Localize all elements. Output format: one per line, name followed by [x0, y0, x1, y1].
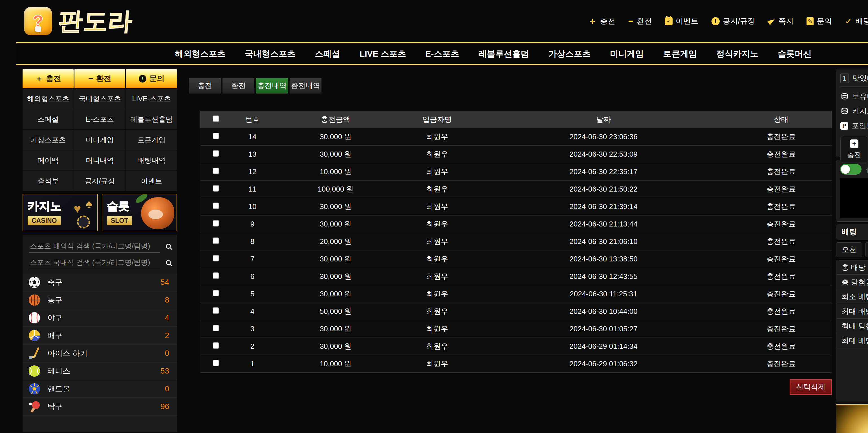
select-all-checkbox[interactable] — [213, 115, 219, 122]
sidebar-item-domestic-sports[interactable]: 국내형스포츠 — [74, 89, 125, 109]
row-checkbox[interactable] — [213, 237, 219, 244]
minus-icon: − — [628, 16, 634, 26]
quick-amount-button[interactable]: 오천 — [836, 242, 862, 257]
topmenu-inquiry[interactable]: 문의 — [807, 16, 832, 26]
nav-item-casino[interactable]: 정식카지노 — [716, 48, 758, 60]
top-menu: ＋충전 −환전 이벤트 !공지/규정 쪽지 문의 ✓배팅내역 $페이백 — [588, 0, 868, 42]
sport-row-tennis[interactable]: 테니스 53 — [23, 362, 177, 380]
sidebar-inquiry-button[interactable]: !문의 — [126, 69, 177, 88]
cell-status: 충전완료 — [731, 132, 832, 142]
row-checkbox[interactable] — [213, 220, 219, 227]
topmenu-label: 충전 — [600, 16, 615, 26]
topmenu-event[interactable]: 이벤트 — [665, 16, 699, 26]
sidebar-item-live-sports[interactable]: LIVE-스포츠 — [126, 89, 177, 109]
topmenu-label: 쪽지 — [778, 16, 794, 26]
sidebar-item-overseas-sports[interactable]: 해외형스포츠 — [23, 89, 73, 109]
nav-item-token-game[interactable]: 토큰게임 — [663, 48, 697, 60]
nav-item-esports[interactable]: E-스포츠 — [425, 48, 459, 60]
sidebar-item-revolution-holdem[interactable]: 레볼루션홀덤 — [126, 109, 177, 129]
gold-promo-image[interactable] — [836, 404, 868, 433]
quick-amount-button-cut[interactable] — [865, 242, 868, 257]
wallet-charge-button[interactable]: ＋ 충전 — [840, 136, 868, 163]
nav-item-mini-game[interactable]: 미니게임 — [610, 48, 644, 60]
cell-date: 2024-06-30 22:35:17 — [476, 167, 731, 176]
casino-banner[interactable]: 카지노 CASINO ♠ ♥ — [23, 194, 98, 231]
cell-date: 2024-06-30 11:25:31 — [476, 290, 731, 298]
topmenu-exchange[interactable]: −환전 — [628, 16, 652, 26]
nav-item-slot[interactable]: 슬롯머신 — [778, 48, 812, 60]
topmenu-notice[interactable]: !공지/규정 — [712, 16, 755, 26]
row-checkbox[interactable] — [213, 185, 219, 192]
row-checkbox[interactable] — [213, 203, 219, 209]
nav-item-virtual-sports[interactable]: 가상스포츠 — [549, 48, 591, 60]
tab-exchange-history[interactable]: 환전내역 — [290, 78, 321, 94]
sidebar-item-betting-history[interactable]: 배팅내역 — [126, 151, 177, 170]
sidebar-item-special[interactable]: 스페셜 — [23, 109, 73, 129]
sidebar-item-esports[interactable]: E-스포츠 — [74, 109, 125, 129]
live-display-box — [840, 178, 868, 218]
sport-row-basketball[interactable]: 농구 8 — [23, 291, 177, 309]
nav-item-overseas-sports[interactable]: 해외형스포츠 — [175, 48, 226, 60]
sport-row-handball[interactable]: 핸드볼 0 — [23, 380, 177, 398]
search-icon[interactable] — [166, 244, 171, 249]
sport-name: 테니스 — [48, 366, 154, 376]
sport-row-ice-hockey[interactable]: 아이스 하키 0 — [23, 344, 177, 362]
topmenu-label: 공지/규정 — [723, 16, 755, 26]
live-toggle[interactable] — [840, 164, 862, 175]
row-checkbox[interactable] — [213, 307, 219, 314]
overseas-search-input[interactable] — [29, 240, 160, 253]
sidebar-item-attendance[interactable]: 출석부 — [23, 171, 73, 191]
sidebar-item-money-history[interactable]: 머니내역 — [74, 151, 125, 170]
baseball-icon — [28, 311, 41, 324]
sidebar-charge-button[interactable]: ＋충전 — [23, 69, 73, 88]
tab-exchange[interactable]: 환전 — [222, 78, 254, 94]
sidebar-item-notice[interactable]: 공지/규정 — [74, 171, 125, 191]
nav-item-revolution-holdem[interactable]: 레볼루션홀덤 — [478, 48, 529, 60]
row-checkbox[interactable] — [213, 290, 219, 296]
volleyball-icon — [28, 329, 41, 342]
topmenu-betting-history[interactable]: ✓배팅내역 — [845, 16, 868, 27]
site-logo[interactable]: ? 판도라 — [24, 0, 133, 42]
sport-row-baseball[interactable]: 야구 4 — [23, 309, 177, 327]
sidebar-item-event[interactable]: 이벤트 — [126, 171, 177, 191]
sidebar-item-token-game[interactable]: 토큰게임 — [126, 130, 177, 150]
sports-list: 축구 54 농구 8 야구 4 배구 2 아이스 하키 0 테니스 53 — [23, 273, 177, 432]
cell-status: 충전완료 — [731, 202, 832, 211]
history-tabs: 충전 환전 충전내역 환전내역 — [189, 78, 832, 94]
row-checkbox[interactable] — [213, 272, 219, 279]
cell-date: 2024-06-30 01:05:27 — [476, 325, 731, 333]
row-checkbox[interactable] — [213, 255, 219, 261]
row-checkbox[interactable] — [213, 133, 219, 139]
plus-icon: ＋ — [588, 16, 597, 26]
sidebar-item-virtual-sports[interactable]: 가상스포츠 — [23, 130, 73, 150]
sidebar-banners: 카지노 CASINO ♠ ♥ 슬롯 SLOT — [23, 194, 177, 231]
row-checkbox[interactable] — [213, 342, 219, 349]
nav-item-special[interactable]: 스페셜 — [315, 48, 340, 60]
nav-item-live-sports[interactable]: LIVE 스포츠 — [360, 48, 406, 60]
row-checkbox[interactable] — [213, 168, 219, 174]
sidebar-item-mini-game[interactable]: 미니게임 — [74, 130, 125, 150]
sport-row-table-tennis[interactable]: 탁구 96 — [23, 398, 177, 415]
sidebar-item-payback[interactable]: 페이백 — [23, 151, 73, 170]
domestic-search-input[interactable] — [29, 256, 160, 269]
sport-row-volleyball[interactable]: 배구 2 — [23, 327, 177, 344]
search-icon[interactable] — [166, 260, 171, 265]
table-actions: 선택삭제 — [186, 379, 832, 395]
row-checkbox[interactable] — [213, 325, 219, 331]
slot-banner[interactable]: 슬롯 SLOT — [102, 194, 177, 231]
delete-selected-button[interactable]: 선택삭제 — [789, 379, 832, 395]
row-checkbox[interactable] — [213, 360, 219, 366]
coins-icon — [840, 107, 849, 115]
plus-icon: ＋ — [35, 74, 43, 83]
sport-row-soccer[interactable]: 축구 54 — [23, 273, 177, 291]
sidebar-exchange-button[interactable]: −환전 — [74, 69, 125, 88]
topmenu-message[interactable]: 쪽지 — [768, 16, 794, 26]
charge-history-table: 번호 충전금액 입금자명 날짜 상태 1430,000 원최원우2024-06-… — [200, 111, 832, 373]
cell-date: 2024-06-29 01:06:32 — [476, 360, 731, 368]
logo-text: 판도라 — [57, 5, 134, 38]
tab-charge-history[interactable]: 충전내역 — [256, 78, 288, 94]
tab-charge[interactable]: 충전 — [189, 78, 221, 94]
row-checkbox[interactable] — [213, 150, 219, 157]
nav-item-domestic-sports[interactable]: 국내형스포츠 — [245, 48, 296, 60]
topmenu-charge[interactable]: ＋충전 — [588, 16, 615, 26]
